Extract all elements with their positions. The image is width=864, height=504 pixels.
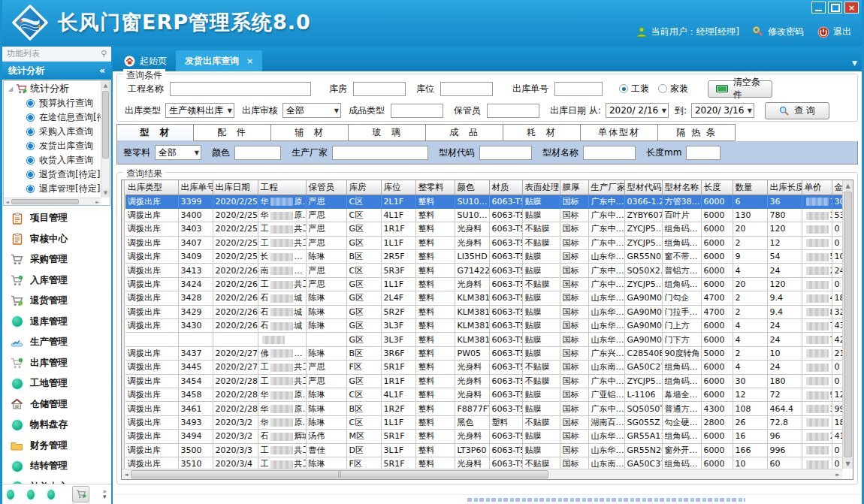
sidebar-item-采购管理[interactable]: 采购管理	[2, 249, 111, 270]
grid-vertical-scrollbar[interactable]: ▲ ▼	[842, 180, 853, 469]
tree-item[interactable]: 发货出库查询	[4, 139, 101, 153]
profile-code-input[interactable]	[479, 146, 532, 160]
scroll-left-icon[interactable]: ◄	[4, 198, 11, 205]
tree-item[interactable]: 退库管理[待定]	[4, 182, 101, 196]
sidebar-item-补单中心[interactable]: 补单中心	[2, 477, 111, 484]
tab-list-dropdown-icon[interactable]: ▼	[852, 59, 857, 67]
material-tab-耗材[interactable]: 耗 材	[503, 124, 581, 141]
table-row[interactable]: 调拨出库34612020/2/28华原…陈琳B区1R2F整料F8877FT606…	[125, 402, 842, 415]
column-header[interactable]: 生产厂家	[588, 180, 624, 195]
sidebar-item-入库管理[interactable]: 入库管理	[2, 270, 111, 291]
sidebar-item-财务管理[interactable]: 财务管理	[2, 436, 111, 457]
column-header[interactable]: 整零料	[415, 180, 455, 195]
column-header[interactable]: 膜厚	[560, 180, 588, 195]
radio-selected-icon[interactable]	[619, 84, 628, 93]
product-type-input[interactable]	[391, 104, 443, 118]
tree-item[interactable]: 退货查询[待定]	[4, 167, 101, 182]
stats-group-header[interactable]: 统计分析 «	[2, 62, 111, 80]
material-tab-单体型材[interactable]: 单体型材	[581, 124, 658, 141]
audit-combo[interactable]: 全部▼	[282, 103, 341, 118]
scroll-up-icon[interactable]: ▲	[101, 81, 110, 90]
table-row[interactable]: 调拨出库34302020/2/26石城陈琳G区3L3F整料KLM38176063…	[125, 319, 842, 333]
tree-horizontal-scrollbar[interactable]: ◄ ►	[4, 198, 101, 205]
column-header[interactable]: 表面处理	[522, 180, 560, 195]
table-row[interactable]: 调拨出库35002020/3/3工共工程曹佳D区3L1F整料LT3P606063…	[125, 443, 842, 457]
column-header[interactable]: 库位	[381, 180, 415, 195]
table-row[interactable]: 调拨出库34132020/2/26南…严思C区5R3F整料G714226063-…	[125, 264, 842, 277]
change-password[interactable]: 修改密码	[753, 26, 804, 38]
sidebar-item-物料盘存[interactable]: 物料盘存	[2, 415, 111, 436]
tree-item[interactable]: 在途信息查询[待	[4, 110, 101, 125]
table-row[interactable]: 调拨出库33992020/2/25华原…严思C区2L1F整料SU10…6063-…	[125, 195, 842, 208]
material-tab-成品[interactable]: 成 品	[426, 124, 503, 141]
material-tab-隔热条[interactable]: 隔 热 条	[658, 124, 736, 141]
grid-horizontal-scrollbar[interactable]: ◄ ►	[122, 469, 842, 479]
date-to-picker[interactable]: 2020/ 3/16▼	[691, 103, 754, 118]
keeper-input[interactable]	[487, 104, 539, 118]
close-button[interactable]: ×	[844, 2, 859, 14]
column-header[interactable]: 保管员	[306, 180, 346, 195]
tree-expander-icon[interactable]: ◢	[8, 86, 13, 92]
column-header[interactable]: 型材名称	[662, 180, 701, 195]
column-header[interactable]: 单价	[802, 180, 832, 195]
column-header[interactable]: 材质	[489, 180, 522, 195]
table-row[interactable]: G区3L3F整料KLM38176063-T5贴膜国标山东华…GA90M09…门下…	[125, 333, 842, 346]
radio-home[interactable]: 家装	[658, 83, 688, 95]
sidebar-item-审核中心[interactable]: 审核中心	[2, 229, 111, 250]
scroll-right-icon[interactable]: ►	[94, 198, 101, 205]
color-input[interactable]	[234, 146, 281, 160]
table-row[interactable]: 调拨出库35102020/3/4工共工程陈琳F区5R1F整料光身料6063-T5…	[125, 457, 842, 469]
scroll-down-icon[interactable]: ▼	[101, 189, 110, 198]
tab-home[interactable]: 起始页	[115, 50, 176, 71]
column-header[interactable]: 工程	[258, 180, 306, 195]
sidebar-item-工地管理[interactable]: 工地管理	[2, 373, 111, 394]
table-row[interactable]: 调拨出库34452020/2/27工共工程严思F区5R1F整料光身料6063-T…	[125, 361, 842, 374]
table-row[interactable]: 调拨出库34292020/2/26石城陈琳G区5R2F整料KLM38176063…	[125, 305, 842, 318]
sidebar-item-出库管理[interactable]: 出库管理	[2, 353, 111, 374]
overflow-chevron-icon[interactable]: »▾	[102, 489, 107, 499]
tree-vertical-scrollbar[interactable]: ▲ ▼	[101, 81, 110, 198]
clear-conditions-button[interactable]: 清空条件	[708, 80, 772, 98]
material-tab-辅材[interactable]: 辅 材	[271, 124, 349, 141]
scroll-left-icon[interactable]: ◄	[122, 469, 131, 479]
column-header[interactable]: 金额	[832, 180, 842, 195]
material-tab-玻璃[interactable]: 玻 璃	[349, 124, 426, 141]
collapse-icon[interactable]: «	[99, 65, 105, 76]
sidebar-item-项目管理[interactable]: 项目管理	[2, 208, 111, 229]
radio-unselected-icon[interactable]	[658, 84, 667, 93]
column-header[interactable]: 出库日期	[213, 180, 258, 195]
project-name-input[interactable]	[170, 82, 311, 96]
order-no-input[interactable]	[554, 82, 603, 96]
teal-circle-icon[interactable]	[7, 490, 14, 499]
tree-item[interactable]: 收货入库查询	[4, 153, 101, 167]
material-tab-配件[interactable]: 配 件	[194, 124, 271, 141]
table-row[interactable]: 调拨出库34942020/3/2石辉城汤伟M区5R1F整料光身料6063-T5贴…	[125, 430, 842, 443]
scroll-thumb[interactable]	[11, 199, 79, 204]
whole-part-combo[interactable]: 全部▼	[155, 145, 201, 160]
scroll-thumb[interactable]	[102, 91, 109, 158]
date-from-picker[interactable]: 2020/ 2/16▼	[606, 103, 669, 118]
length-input[interactable]	[686, 146, 721, 160]
location-input[interactable]	[440, 82, 493, 96]
scroll-thumb[interactable]	[131, 470, 548, 478]
table-row[interactable]: 调拨出库34542020/2/28工共工程严思G区1R1F整料光身料6063-T…	[125, 374, 842, 388]
sidebar-item-结转管理[interactable]: 结转管理	[2, 456, 111, 477]
sidebar-item-仓储管理[interactable]: 仓储管理	[2, 394, 111, 415]
sidebar-item-生产管理[interactable]: 生产管理	[2, 332, 111, 353]
table-row[interactable]: 调拨出库34582020/2/28华原…陈琳C区4L1F整料光身料6063-T5…	[125, 388, 842, 401]
scroll-thumb[interactable]	[844, 192, 852, 457]
column-header[interactable]: 颜色	[455, 180, 489, 195]
scroll-up-icon[interactable]: ▲	[843, 180, 853, 191]
table-row[interactable]: 调拨出库34002020/2/25华原…严思C区4L1F整料SU10…6063-…	[125, 208, 842, 222]
teal-circle-icon[interactable]	[47, 490, 55, 499]
warehouse-input[interactable]	[353, 82, 406, 96]
column-header[interactable]: 出库类型	[125, 180, 178, 195]
table-row[interactable]: 调拨出库34242020/2/26工共工程严思G区1L1F整料光身料6063-T…	[125, 277, 842, 291]
column-header[interactable]: 数量	[733, 180, 767, 195]
manufacturer-input[interactable]	[332, 146, 428, 160]
tree-root-node[interactable]: ◢ 统计分析	[4, 81, 101, 96]
pin-icon[interactable]: ⚲	[101, 49, 107, 59]
table-row[interactable]: 调拨出库34932020/3/2华原…陈琳C区1L1F整料黑色塑料不贴膜国标湖南…	[125, 415, 842, 429]
maximize-button[interactable]	[828, 2, 842, 14]
scroll-down-icon[interactable]: ▼	[843, 458, 853, 469]
